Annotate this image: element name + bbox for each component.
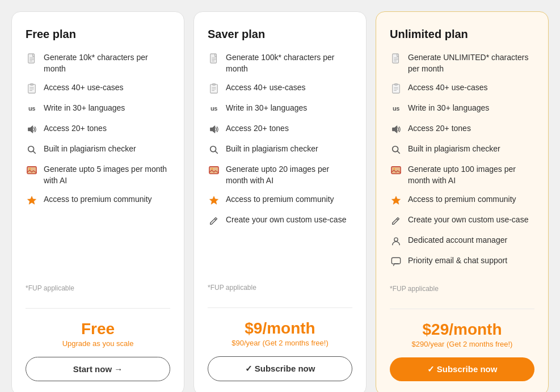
divider-saver xyxy=(208,307,352,308)
feature-text-1-2: Write in 30+ languages xyxy=(226,103,307,114)
fup-note-unlimited: *FUP applicable xyxy=(390,285,534,293)
feature-icon-2-6 xyxy=(390,194,402,206)
price-main-saver: $9/month xyxy=(208,319,352,338)
plan-card-unlimited: Unlimited planGenerate UNLIMITED* charac… xyxy=(376,11,549,392)
fup-note-free: *FUP applicable xyxy=(26,284,170,292)
feature-icon-2-3 xyxy=(390,123,402,136)
list-item: Create your own custom use-case xyxy=(208,214,352,227)
list-item: usWrite in 30+ languages xyxy=(208,103,352,115)
feature-text-2-9: Priority email & chat support xyxy=(408,255,507,267)
feature-text-2-3: Access 20+ tones xyxy=(408,123,471,134)
svg-rect-27 xyxy=(209,167,218,174)
plan-title-unlimited: Unlimited plan xyxy=(390,28,534,41)
price-sub-free: Upgrade as you scale xyxy=(26,339,170,348)
list-item: Access to premium community xyxy=(390,194,534,206)
feature-text-1-4: Built in plagiarism checker xyxy=(226,144,318,155)
svg-point-44 xyxy=(394,168,395,170)
fup-note-saver: *FUP applicable xyxy=(208,284,352,292)
feature-icon-1-2: us xyxy=(208,103,220,115)
cta-button-free[interactable]: Start now → xyxy=(26,357,170,381)
svg-line-30 xyxy=(214,219,216,221)
feature-icon-2-0 xyxy=(390,52,402,65)
feature-text-1-3: Access 20+ tones xyxy=(226,123,289,134)
list-item: Access 40+ use-cases xyxy=(208,82,352,95)
feature-text-0-2: Write in 30+ languages xyxy=(44,103,125,114)
price-sub-unlimited: $290/year (Get 2 months free!) xyxy=(390,340,534,348)
list-item: Access to premium community xyxy=(208,194,352,206)
feature-icon-2-5 xyxy=(390,164,402,176)
price-main-unlimited: $29/month xyxy=(390,321,534,339)
list-item: Priority email & chat support xyxy=(390,255,534,268)
svg-rect-43 xyxy=(391,167,401,174)
svg-rect-31 xyxy=(393,54,399,63)
svg-point-13 xyxy=(30,168,31,170)
feature-icon-2-9 xyxy=(390,255,402,268)
list-item: Generate upto 5 images per month with AI xyxy=(26,164,170,186)
svg-line-46 xyxy=(397,219,398,221)
feature-text-2-7: Create your own custom use-case xyxy=(408,214,528,226)
feature-text-0-6: Access to premium community xyxy=(44,194,152,205)
price-section-saver: $9/month$90/year (Get 2 months free!) xyxy=(208,319,352,347)
feature-icon-1-7 xyxy=(208,214,220,227)
list-item: Access 40+ use-cases xyxy=(26,82,170,95)
feature-text-2-4: Built in plagiarism checker xyxy=(408,144,500,155)
list-item: Access 20+ tones xyxy=(208,123,352,136)
price-section-free: FreeUpgrade as you scale xyxy=(26,320,170,348)
feature-text-2-1: Access 40+ use-cases xyxy=(408,82,487,94)
list-item: Built in plagiarism checker xyxy=(208,144,352,156)
list-item: Generate UNLIMITED* characters per month xyxy=(390,52,534,74)
list-item: Dedicated account manager xyxy=(390,235,534,247)
list-item: usWrite in 30+ languages xyxy=(390,103,534,115)
feature-icon-1-3 xyxy=(208,123,220,136)
feature-icon-1-0 xyxy=(208,52,220,65)
svg-marker-24 xyxy=(210,126,215,133)
list-item: Access 40+ use-cases xyxy=(390,82,534,95)
divider-free xyxy=(26,308,170,309)
feature-icon-1-5 xyxy=(208,164,220,176)
pricing-container: Free planGenerate 10k* characters per mo… xyxy=(11,11,549,392)
feature-text-1-7: Create your own custom use-case xyxy=(226,214,346,226)
list-item: Create your own custom use-case xyxy=(390,214,534,227)
features-list-free: Generate 10k* characters per monthAccess… xyxy=(26,52,170,275)
list-item: usWrite in 30+ languages xyxy=(26,103,170,115)
list-item: Generate upto 100 images per month with … xyxy=(390,164,534,186)
list-item: Access to premium community xyxy=(26,194,170,206)
feature-text-2-2: Write in 30+ languages xyxy=(408,103,489,114)
svg-rect-36 xyxy=(394,84,397,86)
feature-icon-0-1 xyxy=(26,82,38,95)
svg-rect-0 xyxy=(28,54,35,63)
plan-card-saver: Saver planGenerate 100k* characters per … xyxy=(193,11,367,392)
feature-text-1-5: Generate upto 20 images per month with A… xyxy=(226,164,352,186)
svg-rect-5 xyxy=(30,84,33,86)
list-item: Built in plagiarism checker xyxy=(390,144,534,156)
feature-icon-0-0 xyxy=(26,52,38,65)
feature-text-2-6: Access to premium community xyxy=(408,194,516,205)
divider-unlimited xyxy=(390,309,534,309)
feature-icon-0-2: us xyxy=(26,103,38,115)
feature-text-1-1: Access 40+ use-cases xyxy=(226,82,305,94)
feature-icon-1-1 xyxy=(208,82,220,95)
feature-icon-2-8 xyxy=(390,235,402,247)
features-list-unlimited: Generate UNLIMITED* characters per month… xyxy=(390,52,534,276)
list-item: Generate upto 20 images per month with A… xyxy=(208,164,352,186)
plan-title-free: Free plan xyxy=(26,28,170,41)
svg-line-26 xyxy=(215,151,217,153)
feature-text-2-5: Generate upto 100 images per month with … xyxy=(408,164,534,186)
list-item: Access 20+ tones xyxy=(390,123,534,136)
list-item: Built in plagiarism checker xyxy=(26,144,170,156)
feature-text-0-3: Access 20+ tones xyxy=(44,123,107,134)
svg-marker-29 xyxy=(209,196,218,204)
feature-icon-2-2: us xyxy=(390,103,402,115)
list-item: Generate 10k* characters per month xyxy=(26,52,170,74)
svg-rect-15 xyxy=(210,54,217,63)
svg-line-11 xyxy=(33,151,35,153)
list-item: Generate 100k* characters per month xyxy=(208,52,352,74)
cta-button-saver[interactable]: ✓ Subscribe now xyxy=(208,356,352,381)
svg-marker-40 xyxy=(393,126,397,133)
feature-icon-0-5 xyxy=(26,164,38,176)
cta-button-unlimited[interactable]: ✓ Subscribe now xyxy=(390,357,534,381)
feature-text-2-0: Generate UNLIMITED* characters per month xyxy=(408,52,534,74)
features-list-saver: Generate 100k* characters per monthAcces… xyxy=(208,52,352,275)
plan-card-free: Free planGenerate 10k* characters per mo… xyxy=(11,11,184,392)
price-section-unlimited: $29/month$290/year (Get 2 months free!) xyxy=(390,321,534,348)
